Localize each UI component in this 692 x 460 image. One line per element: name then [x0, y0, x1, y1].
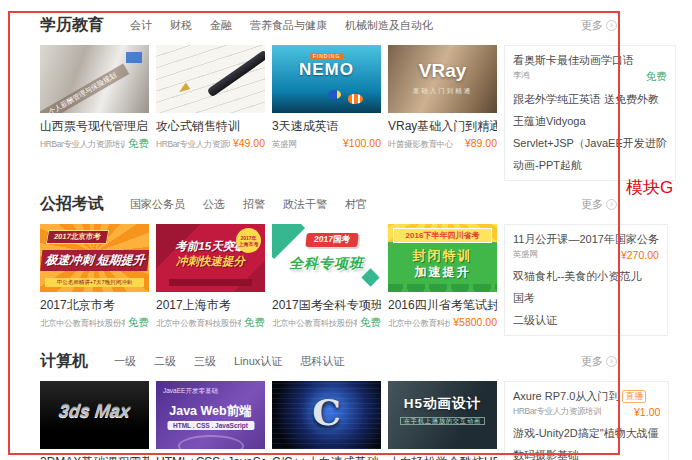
- course-card[interactable]: 2017国考 全科专项班 2017国考全科专项班 北京中公教育科技股份有限公司 …: [272, 224, 381, 330]
- course-provider: 北京中公教育科技股份有限: [388, 318, 450, 330]
- list-item[interactable]: 二级认证: [513, 314, 659, 327]
- thumbnail-badge: 2017年上海市考: [236, 228, 261, 253]
- more-link[interactable]: 更多 ›: [581, 18, 617, 33]
- tab-finance-tax[interactable]: 财税: [170, 18, 192, 33]
- course-title: VRay基础入门到精通: [388, 119, 497, 133]
- course-provider: 叶茵摄影教育中心: [388, 139, 462, 151]
- annotation-module-label: 模块G: [626, 176, 673, 199]
- course-card[interactable]: 3ds Max 3DMAX基础课程零基础入门: [40, 381, 149, 460]
- list-item[interactable]: 跟老外学纯正英语 送免费外教: [513, 93, 667, 106]
- tab-nutrition-health[interactable]: 营养食品与健康: [250, 18, 327, 33]
- course-title: 3天速成英语: [272, 119, 381, 133]
- course-price: ¥270.00: [621, 249, 659, 261]
- tab-level-2[interactable]: 二级: [154, 354, 176, 369]
- section-tabs: 国家公务员 公选 招警 政法干警 村官: [130, 197, 367, 212]
- course-meta: 英盛网 ¥270.00: [513, 249, 659, 261]
- course-title: 游戏-Unity2D搞定"植物大战僵: [513, 427, 660, 440]
- thumbnail-ribbon: 2017北京市考: [46, 230, 109, 244]
- tab-level-1[interactable]: 一级: [114, 354, 136, 369]
- thumbnail-text-sub: 在手机上播放的交互动画: [388, 417, 497, 426]
- course-card[interactable]: C C/C++小白速成基础 直播: [272, 381, 381, 460]
- course-row: 2017北京市考 极速冲刺 短期提升 中公名师精讲+7天7晚封闭冲刺 2017北…: [40, 224, 617, 336]
- course-thumbnail: 3ds Max: [40, 381, 149, 449]
- tab-public-selection[interactable]: 公选: [203, 197, 225, 212]
- course-thumbnail: 2016下半年四川省考 封闭特训 加速提升: [388, 224, 497, 292]
- tab-level-3[interactable]: 三级: [194, 354, 216, 369]
- course-title: 2017上海市考: [156, 298, 265, 312]
- thumbnail-ribbon: 2016下半年四川省考: [393, 228, 491, 243]
- list-item[interactable]: 数码摄影基础: [513, 449, 660, 460]
- tab-village-official[interactable]: 村官: [345, 197, 367, 212]
- course-card[interactable]: 2016下半年四川省考 封闭特训 加速提升 2016四川省考笔试封闭特训 北京中…: [388, 224, 497, 330]
- tab-political-law[interactable]: 政法干警: [283, 197, 327, 212]
- section-computer: 计算机 一级 二级 三级 Linux认证 思科认证 更多 › 3ds Max: [40, 352, 617, 460]
- course-title: C/C++小白速成基础 直播: [272, 455, 381, 460]
- course-thumbnail: C: [272, 381, 381, 449]
- chevron-right-icon: ›: [606, 20, 617, 31]
- course-card[interactable]: 攻心式销售特训 HRBar专业人力资源培训 ¥49.00: [156, 45, 265, 151]
- course-title: 11月公开课—2017年国家公务: [513, 233, 659, 246]
- course-provider: HRBar专业人力资源培训: [156, 139, 230, 151]
- course-title: 二级认证: [513, 314, 659, 327]
- list-item[interactable]: Axure RP7.0从入门到 直播 HRBar专业人力资源培训 ¥1.00: [513, 390, 660, 418]
- list-item[interactable]: 11月公开课—2017年国家公务 英盛网 ¥270.00: [513, 233, 659, 261]
- thumbnail-text-small: FINDING: [310, 53, 344, 59]
- list-item[interactable]: 动画-PPT起航: [513, 159, 667, 172]
- course-title: HTML+CSS+JavaScript（Jav: [156, 455, 265, 460]
- course-price: 免费: [128, 316, 149, 330]
- course-card[interactable]: 个人薪酬管理与保险规划 山西票号现代管理启示录 HRBar专业人力资源培训 免费: [40, 45, 149, 151]
- more-link[interactable]: 更多 ›: [581, 197, 617, 212]
- course-title: 跟老外学纯正英语 送免费外教: [513, 93, 667, 106]
- course-thumbnail: 考前15天突破 冲刺快速提分 2017年上海市考: [156, 224, 265, 292]
- course-provider: 北京中公教育科技股份有限公司: [272, 318, 357, 330]
- course-title: Axure RP7.0从入门到 直播: [513, 390, 660, 403]
- course-title: 2017北京市考: [40, 298, 149, 312]
- list-item[interactable]: 看奥斯卡最佳动画学口语 李鸿 免费: [513, 54, 667, 84]
- list-item[interactable]: 王蕴迪Vidyoga: [513, 115, 667, 128]
- course-card[interactable]: H5动画设计 在手机上播放的交互动画 小白轻松学会酷炫H5: [388, 381, 497, 460]
- thumbnail-text-big: C: [272, 391, 381, 433]
- course-card[interactable]: VRay 基础入门到精通 VRay基础入门到精通 叶茵摄影教育中心 ¥89.00: [388, 45, 497, 151]
- section-tabs: 会计 财税 金融 营养食品与健康 机械制造及自动化: [130, 18, 433, 33]
- course-card[interactable]: JavaEE开发零基础 Java Web前端 HTML . CSS . Java…: [156, 381, 265, 460]
- live-badge: 直播: [622, 390, 646, 403]
- course-price: ¥5800.00: [453, 316, 497, 328]
- course-price: ¥100.00: [343, 137, 381, 149]
- section-header: 公招考试 国家公务员 公选 招警 政法干警 村官 更多 ›: [40, 195, 617, 213]
- tab-linux-cert[interactable]: Linux认证: [234, 354, 282, 369]
- course-title: 2017国考全科专项班: [272, 298, 381, 312]
- course-meta: HRBar专业人力资源培训 免费: [40, 137, 149, 151]
- more-label: 更多: [581, 197, 603, 212]
- course-portal-page: 学历教育 会计 财税 金融 营养食品与健康 机械制造及自动化 更多 › 个人薪酬…: [0, 0, 692, 460]
- tab-police-recruit[interactable]: 招警: [243, 197, 265, 212]
- tab-national-civil-servant[interactable]: 国家公务员: [130, 197, 185, 212]
- course-provider: HRBar专业人力资源培训: [513, 406, 631, 418]
- course-card[interactable]: FINDING NEMO 3天速成英语 英盛网 ¥100.00: [272, 45, 381, 151]
- list-item[interactable]: 游戏-Unity2D搞定"植物大战僵: [513, 427, 660, 440]
- more-link[interactable]: 更多 ›: [581, 354, 617, 369]
- course-title: 攻心式销售特训: [156, 119, 265, 133]
- list-item[interactable]: Servlet+JSP（JavaEE开发进阶: [513, 137, 667, 150]
- course-thumbnail: 个人薪酬管理与保险规划: [40, 45, 149, 113]
- list-item[interactable]: 双猫食札--美食的小资范儿: [513, 270, 659, 283]
- side-course-list: Axure RP7.0从入门到 直播 HRBar专业人力资源培训 ¥1.00 游…: [504, 381, 669, 460]
- tab-finance[interactable]: 金融: [210, 18, 232, 33]
- course-provider: 英盛网: [272, 139, 340, 151]
- course-title: 3DMAX基础课程零基础入门: [40, 455, 149, 460]
- tab-machinery-automation[interactable]: 机械制造及自动化: [345, 18, 433, 33]
- thumbnail-text-big: 封闭特训: [388, 247, 497, 265]
- thumbnail-badge: 2017国考: [305, 233, 358, 247]
- course-price: 免费: [128, 137, 149, 151]
- course-price: 免费: [646, 70, 667, 84]
- side-course-list: 看奥斯卡最佳动画学口语 李鸿 免费 跟老外学纯正英语 送免费外教 王蕴迪Vidy…: [504, 45, 676, 181]
- course-title: 国考: [513, 292, 659, 305]
- course-meta: 北京中公教育科技股份有限公司 免费: [40, 316, 149, 330]
- course-card[interactable]: 考前15天突破 冲刺快速提分 2017年上海市考 2017上海市考 北京中公教育…: [156, 224, 265, 330]
- course-card[interactable]: 2017北京市考 极速冲刺 短期提升 中公名师精讲+7天7晚封闭冲刺 2017北…: [40, 224, 149, 330]
- list-item[interactable]: 国考: [513, 292, 659, 305]
- course-price: ¥89.00: [465, 137, 497, 149]
- course-meta: 英盛网 ¥100.00: [272, 137, 381, 151]
- tab-accounting[interactable]: 会计: [130, 18, 152, 33]
- section-header: 计算机 一级 二级 三级 Linux认证 思科认证 更多 ›: [40, 352, 617, 370]
- tab-cisco-cert[interactable]: 思科认证: [300, 354, 344, 369]
